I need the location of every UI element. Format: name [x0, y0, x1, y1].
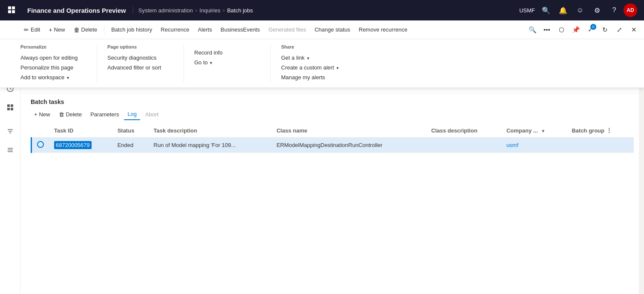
custom-alert-item[interactable]: Create a custom alert ▾ [281, 63, 348, 72]
col-class-desc: Class description [426, 124, 501, 138]
tasks-log-button[interactable]: Log [124, 109, 140, 120]
cmd-icon-group: 🔍 ••• ⬡ 📌 ✓ 0 ↻ ⤢ ✕ [526, 23, 641, 37]
task-company-cell: usmf [501, 138, 567, 153]
col-status: Status [112, 124, 149, 138]
share-section-title: Share [281, 44, 348, 49]
batch-tasks-title: Batch tasks [31, 98, 634, 105]
task-batch-group-cell [566, 138, 634, 153]
svg-rect-9 [11, 108, 13, 110]
tasks-delete-icon: 🗑 [59, 111, 64, 118]
generated-files-button[interactable]: Generated files [265, 24, 309, 35]
add-workspace-chevron: ▾ [67, 75, 69, 80]
row-radio[interactable] [37, 141, 44, 148]
tasks-parameters-button[interactable]: Parameters [87, 109, 122, 120]
page-options-section: Page options Security diagnostics Advanc… [107, 44, 184, 82]
new-icon: + [49, 26, 52, 33]
search-cmd-icon[interactable]: 🔍 [526, 23, 539, 37]
svg-rect-8 [7, 108, 10, 110]
col-class-name: Class name [271, 124, 426, 138]
tasks-badge: 0 [590, 24, 596, 30]
breadcrumb-batch-jobs[interactable]: Batch jobs [227, 7, 253, 14]
go-to-item[interactable]: Go to ▾ [194, 58, 260, 67]
always-open-item[interactable]: Always open for editing [20, 53, 86, 63]
change-status-button[interactable]: Change status [311, 24, 354, 35]
get-link-chevron: ▾ [307, 56, 309, 61]
new-button[interactable]: + New [45, 24, 68, 36]
command-bar-container: ✏ Edit + New 🗑 Delete Batch job history … [0, 20, 644, 39]
col-task-desc: Task description [149, 124, 272, 138]
refresh-icon[interactable]: ↻ [598, 23, 612, 37]
col-select [32, 124, 49, 138]
env-label: USMF [518, 7, 537, 14]
tasks-abort-button[interactable]: Abort [142, 109, 162, 120]
get-link-item[interactable]: Get a link ▾ [281, 53, 348, 63]
options-dropdown: Personalize Always open for editing Pers… [0, 39, 644, 88]
add-workspace-item[interactable]: Add to workspace ▾ [20, 72, 86, 82]
notifications-icon[interactable]: 🔔 [555, 3, 571, 18]
delete-button[interactable]: 🗑 Delete [70, 24, 101, 36]
table-header-row: Task ID Status Task description Class na… [32, 124, 634, 138]
task-desc-cell: Run of Model mapping 'For 109... [149, 138, 272, 153]
separator-1 [104, 25, 104, 35]
company-link[interactable]: usmf [506, 142, 518, 148]
batch-group-more-icon[interactable]: ⋮ [606, 127, 612, 134]
task-class-desc-cell [426, 138, 501, 153]
tasks-new-button[interactable]: + New [31, 109, 54, 120]
feedback-icon[interactable]: ☺ [572, 3, 588, 18]
pin-icon[interactable]: 📌 [569, 23, 583, 37]
table-row[interactable]: 68720005679 Ended Run of Model mapping '… [32, 138, 634, 153]
col-company: Company ... ▼ [501, 124, 567, 138]
col-task-id: Task ID [49, 124, 112, 138]
personalize-section-title: Personalize [20, 44, 86, 49]
task-status-cell: Ended [112, 138, 149, 153]
recurrence-button[interactable]: Recurrence [157, 24, 193, 35]
task-id-value: 68720005679 [54, 141, 92, 149]
tasks-delete-button[interactable]: 🗑 Delete [55, 109, 86, 120]
bookmark-icon[interactable]: ⬡ [555, 23, 568, 37]
breadcrumb-inquiries[interactable]: Inquiries [199, 7, 220, 14]
breadcrumb-chevron-1: › [196, 8, 197, 13]
alerts-button[interactable]: Alerts [195, 24, 216, 35]
sidebar-menu-icon[interactable] [2, 141, 19, 159]
breadcrumb-chevron-2: › [223, 8, 224, 13]
breadcrumb-system-admin[interactable]: System administration [138, 7, 193, 14]
manage-alerts-item[interactable]: Manage my alerts [281, 72, 348, 82]
tasks-new-icon: + [34, 111, 37, 118]
more-cmd-icon[interactable]: ••• [540, 23, 554, 37]
settings-icon[interactable]: ⚙ [589, 3, 605, 18]
avatar[interactable]: AD [624, 3, 637, 17]
sidebar-item-workspaces[interactable] [2, 99, 19, 116]
record-info-item[interactable]: Record info [194, 48, 260, 58]
col-batch-group: Batch group ⋮ [566, 124, 634, 138]
personalize-page-item[interactable]: Personalize this page [20, 63, 86, 72]
tasks-table: Task ID Status Task description Class na… [31, 124, 634, 153]
custom-alert-chevron: ▾ [336, 66, 339, 70]
task-id-cell: 68720005679 [49, 138, 112, 153]
apps-icon[interactable] [3, 0, 20, 20]
business-events-button[interactable]: BusinessEvents [217, 24, 264, 35]
row-select-cell[interactable] [32, 138, 49, 153]
expand-icon[interactable]: ⤢ [612, 23, 626, 37]
command-bar: ✏ Edit + New 🗑 Delete Batch job history … [0, 20, 644, 39]
batch-tasks-section: Batch tasks + New 🗑 Delete Parameters [20, 93, 644, 158]
app-title: Finance and Operations Preview [20, 7, 133, 14]
go-to-chevron: ▾ [210, 61, 212, 65]
svg-rect-0 [8, 6, 11, 9]
svg-rect-6 [7, 104, 10, 107]
help-icon[interactable]: ? [607, 3, 622, 18]
tasks-icon[interactable]: ✓ 0 [584, 23, 597, 37]
svg-rect-3 [12, 10, 15, 13]
page-options-title: Page options [107, 44, 173, 49]
sidebar-filter-icon[interactable] [2, 123, 19, 140]
advanced-sort-item[interactable]: Advanced filter or sort [107, 63, 173, 72]
batch-job-history-button[interactable]: Batch job history [108, 24, 155, 35]
edit-button[interactable]: ✏ Edit [20, 24, 43, 36]
remove-recurrence-button[interactable]: Remove recurrence [355, 24, 411, 35]
delete-icon: 🗑 [74, 26, 80, 33]
security-diagnostics-item[interactable]: Security diagnostics [107, 53, 173, 63]
search-icon[interactable]: 🔍 [538, 3, 554, 18]
top-nav-right: USMF 🔍 🔔 ☺ ⚙ ? AD [514, 3, 641, 18]
record-options-section: Record info Go to ▾ [194, 44, 271, 82]
close-icon[interactable]: ✕ [627, 23, 641, 37]
company-filter-icon[interactable]: ▼ [541, 129, 545, 133]
